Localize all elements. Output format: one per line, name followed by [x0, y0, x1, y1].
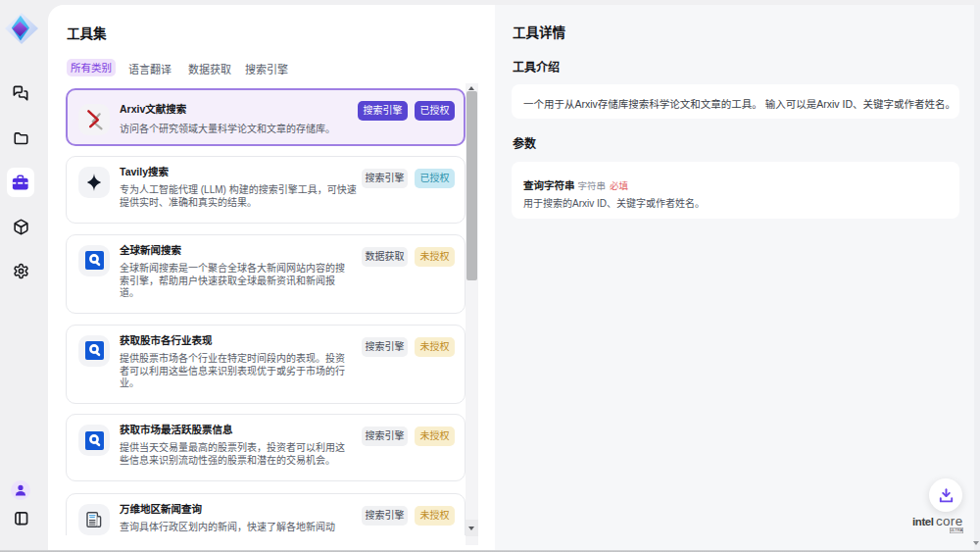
- svg-text:ULTRA: ULTRA: [950, 528, 962, 532]
